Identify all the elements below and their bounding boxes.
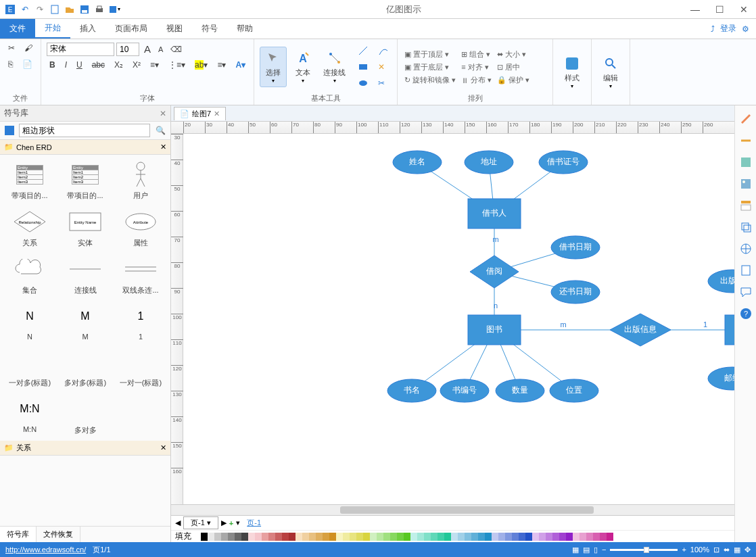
- color-swatch[interactable]: [248, 533, 255, 541]
- format-pane-icon[interactable]: [738, 111, 754, 127]
- color-swatch[interactable]: [383, 533, 390, 541]
- star-tool-icon[interactable]: ✕: [375, 60, 387, 74]
- color-swatch[interactable]: [235, 533, 241, 541]
- search-input[interactable]: [19, 124, 150, 137]
- zoom-slider[interactable]: [610, 549, 678, 551]
- tab-file[interactable]: 文件: [0, 19, 35, 39]
- font-color-icon[interactable]: A▾: [233, 59, 248, 71]
- bring-front-button[interactable]: ▣置于顶层▾: [403, 49, 457, 60]
- fill-pane-icon[interactable]: [738, 154, 754, 170]
- color-swatch[interactable]: [336, 533, 343, 541]
- login-link[interactable]: 登录: [720, 23, 736, 34]
- color-swatch[interactable]: [580, 533, 586, 541]
- color-swatch[interactable]: [559, 533, 566, 541]
- line-spacing-icon[interactable]: ≡▾: [147, 59, 162, 71]
- group-button[interactable]: ⊞组合▾: [460, 49, 493, 60]
- find-button[interactable]: 编辑 ▾: [597, 53, 624, 92]
- export-icon[interactable]: ▾: [108, 3, 120, 16]
- color-swatch[interactable]: [316, 533, 323, 541]
- page-prev-icon[interactable]: ◀: [175, 518, 181, 527]
- color-swatch[interactable]: [410, 533, 417, 541]
- tab-symbols[interactable]: 符号: [192, 19, 227, 39]
- strike-button[interactable]: abc: [89, 59, 108, 71]
- color-swatch[interactable]: [356, 533, 363, 541]
- related-category-header[interactable]: 📁 关系 ✕: [0, 441, 170, 456]
- font-name-combo[interactable]: [47, 43, 114, 56]
- sidebar-close-icon[interactable]: ✕: [160, 109, 166, 118]
- color-swatch[interactable]: [397, 533, 404, 541]
- color-swatch[interactable]: [600, 533, 607, 541]
- color-swatch[interactable]: [329, 533, 336, 541]
- shape-item[interactable]: 连接线: [58, 252, 112, 298]
- bottom-tab-library[interactable]: 符号库: [0, 527, 37, 542]
- pan-icon[interactable]: ✥: [745, 546, 751, 554]
- protect-button[interactable]: 🔒保护▾: [496, 74, 531, 86]
- color-swatch[interactable]: [532, 533, 539, 541]
- page-tab-1[interactable]: 页-1: [247, 518, 261, 528]
- color-swatch[interactable]: [519, 533, 525, 541]
- text-tool[interactable]: A 文本 ▾: [289, 47, 316, 87]
- color-swatch[interactable]: [485, 533, 492, 541]
- ellipse-tool-icon[interactable]: [355, 76, 371, 90]
- tab-help[interactable]: 帮助: [227, 19, 262, 39]
- color-swatch[interactable]: [343, 533, 350, 541]
- color-swatch[interactable]: [417, 533, 424, 541]
- color-swatch[interactable]: [492, 533, 498, 541]
- shape-item[interactable]: 多对多(标题): [58, 345, 112, 391]
- view-print-icon[interactable]: ▤: [583, 546, 590, 554]
- color-swatch[interactable]: [282, 533, 289, 541]
- color-swatch[interactable]: [607, 533, 613, 541]
- picture-pane-icon[interactable]: [738, 176, 754, 192]
- color-swatch[interactable]: [498, 533, 505, 541]
- color-swatch[interactable]: [194, 533, 201, 541]
- tab-view[interactable]: 视图: [157, 19, 192, 39]
- save-icon[interactable]: [78, 3, 91, 16]
- category-header[interactable]: 📁 Chen ERD ✕: [0, 140, 170, 155]
- color-swatch[interactable]: [370, 533, 377, 541]
- maximize-button[interactable]: ☐: [707, 0, 732, 19]
- shape-item[interactable]: Entity Name实体: [58, 205, 112, 251]
- shape-item[interactable]: M:NM:N: [3, 392, 57, 438]
- subscript-button[interactable]: X₂: [112, 59, 126, 71]
- color-swatch[interactable]: [262, 533, 268, 541]
- color-swatch[interactable]: [214, 533, 221, 541]
- color-swatch[interactable]: [208, 533, 214, 541]
- open-icon[interactable]: [64, 3, 76, 16]
- page-next-icon[interactable]: ▶: [221, 518, 227, 527]
- color-swatch[interactable]: [390, 533, 397, 541]
- zoom-value[interactable]: 100%: [690, 546, 709, 554]
- color-swatch[interactable]: [573, 533, 580, 541]
- shape-item[interactable]: 集合: [3, 252, 57, 298]
- distribute-button[interactable]: ⫼分布▾: [460, 74, 493, 86]
- color-swatch[interactable]: [404, 533, 410, 541]
- color-swatch[interactable]: [586, 533, 593, 541]
- connector-tool[interactable]: 连接线 ▾: [319, 47, 350, 87]
- color-swatch[interactable]: [275, 533, 282, 541]
- color-swatch[interactable]: [309, 533, 316, 541]
- grow-font-icon[interactable]: A: [141, 42, 153, 56]
- color-swatch[interactable]: [323, 533, 329, 541]
- fit-page-icon[interactable]: ⊡: [713, 546, 719, 554]
- shape-item[interactable]: Relationship关系: [3, 205, 57, 251]
- superscript-button[interactable]: X²: [130, 59, 143, 71]
- align-icon[interactable]: ≡▾: [214, 59, 229, 71]
- rotate-button[interactable]: ↻旋转和镜像▾: [403, 74, 457, 86]
- document-tab[interactable]: 📄绘图7 ✕: [174, 107, 226, 120]
- search-icon[interactable]: 🔍: [152, 124, 168, 137]
- share-icon[interactable]: ⤴: [711, 24, 715, 34]
- color-swatch[interactable]: [289, 533, 296, 541]
- color-swatch[interactable]: [465, 533, 471, 541]
- shape-item[interactable]: NN: [3, 299, 57, 343]
- shrink-font-icon[interactable]: A: [156, 44, 166, 55]
- shape-item[interactable]: 一对多(标题): [3, 345, 57, 391]
- tab-start[interactable]: 开始: [35, 19, 70, 39]
- vendor-link[interactable]: http://www.edrawsoft.cn/: [5, 546, 86, 554]
- cut-icon[interactable]: ✂: [5, 42, 18, 54]
- print-icon[interactable]: [93, 3, 105, 16]
- color-swatch[interactable]: [539, 533, 546, 541]
- italic-button[interactable]: I: [62, 59, 70, 71]
- shape-item[interactable]: 用户: [114, 158, 168, 203]
- bottom-tab-recovery[interactable]: 文件恢复: [37, 527, 80, 542]
- rect-tool-icon[interactable]: [355, 60, 371, 74]
- color-swatch[interactable]: [444, 533, 451, 541]
